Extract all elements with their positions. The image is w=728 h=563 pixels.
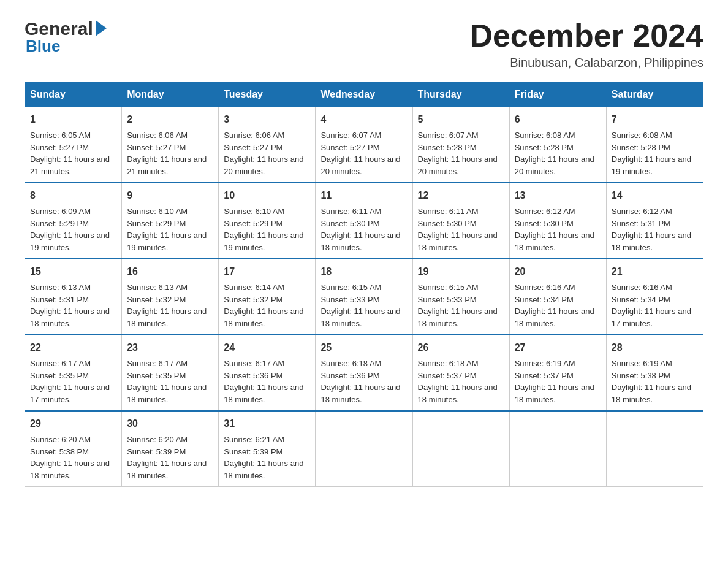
daylight-label: Daylight: 11 hours and 19 minutes.	[612, 155, 691, 176]
page-header: General Blue December 2024 Binubusan, Ca…	[25, 18, 703, 70]
calendar-cell	[412, 411, 509, 487]
sunset-label: Sunset: 5:36 PM	[224, 371, 282, 380]
logo-general-text: General	[25, 18, 93, 39]
sunset-label: Sunset: 5:29 PM	[127, 219, 186, 228]
daylight-label: Daylight: 11 hours and 20 minutes.	[320, 155, 400, 176]
calendar-cell: 15 Sunrise: 6:13 AM Sunset: 5:31 PM Dayl…	[25, 259, 122, 335]
sunrise-label: Sunrise: 6:08 AM	[612, 131, 672, 140]
calendar-week-row-2: 8 Sunrise: 6:09 AM Sunset: 5:29 PM Dayli…	[25, 183, 703, 259]
calendar-week-row-1: 1 Sunrise: 6:05 AM Sunset: 5:27 PM Dayli…	[25, 107, 703, 183]
logo: General Blue	[25, 18, 107, 56]
daylight-label: Daylight: 11 hours and 18 minutes.	[224, 459, 303, 480]
header-sunday: Sunday	[25, 83, 122, 107]
day-number: 7	[612, 112, 698, 127]
sunrise-label: Sunrise: 6:09 AM	[30, 207, 91, 216]
sunset-label: Sunset: 5:27 PM	[224, 143, 282, 152]
calendar-cell: 16 Sunrise: 6:13 AM Sunset: 5:32 PM Dayl…	[122, 259, 219, 335]
sunset-label: Sunset: 5:28 PM	[418, 143, 477, 152]
sunrise-label: Sunrise: 6:18 AM	[418, 359, 479, 368]
sunset-label: Sunset: 5:37 PM	[515, 371, 574, 380]
sunrise-label: Sunrise: 6:05 AM	[30, 131, 91, 140]
day-number: 17	[224, 264, 310, 279]
daylight-label: Daylight: 11 hours and 18 minutes.	[418, 307, 498, 328]
daylight-label: Daylight: 11 hours and 18 minutes.	[612, 383, 691, 404]
calendar-cell: 1 Sunrise: 6:05 AM Sunset: 5:27 PM Dayli…	[25, 107, 122, 183]
sunrise-label: Sunrise: 6:06 AM	[224, 131, 284, 140]
logo-blue-text: Blue	[26, 37, 60, 55]
day-number: 10	[224, 188, 310, 203]
title-block: December 2024 Binubusan, Calabarzon, Phi…	[469, 18, 703, 70]
calendar-header-row: Sunday Monday Tuesday Wednesday Thursday…	[25, 83, 703, 107]
sunrise-label: Sunrise: 6:13 AM	[30, 283, 91, 292]
day-number: 4	[320, 112, 407, 127]
header-friday: Friday	[509, 83, 606, 107]
day-number: 1	[30, 112, 116, 127]
daylight-label: Daylight: 11 hours and 18 minutes.	[515, 383, 594, 404]
logo-triangle-icon	[96, 20, 107, 39]
sunset-label: Sunset: 5:39 PM	[127, 447, 186, 456]
daylight-label: Daylight: 11 hours and 18 minutes.	[320, 307, 400, 328]
sunset-label: Sunset: 5:31 PM	[30, 295, 89, 304]
daylight-label: Daylight: 11 hours and 18 minutes.	[224, 307, 303, 328]
day-number: 14	[612, 188, 698, 203]
day-number: 25	[320, 340, 407, 355]
daylight-label: Daylight: 11 hours and 18 minutes.	[515, 307, 594, 328]
sunrise-label: Sunrise: 6:13 AM	[127, 283, 188, 292]
calendar-cell: 17 Sunrise: 6:14 AM Sunset: 5:32 PM Dayl…	[219, 259, 316, 335]
sunset-label: Sunset: 5:30 PM	[320, 219, 379, 228]
day-number: 11	[320, 188, 407, 203]
sunset-label: Sunset: 5:37 PM	[418, 371, 477, 380]
sunset-label: Sunset: 5:34 PM	[612, 295, 670, 304]
calendar-cell: 28 Sunrise: 6:19 AM Sunset: 5:38 PM Dayl…	[606, 335, 703, 411]
calendar-week-row-4: 22 Sunrise: 6:17 AM Sunset: 5:35 PM Dayl…	[25, 335, 703, 411]
sunrise-label: Sunrise: 6:21 AM	[224, 435, 284, 444]
calendar-cell: 31 Sunrise: 6:21 AM Sunset: 5:39 PM Dayl…	[219, 411, 316, 487]
daylight-label: Daylight: 11 hours and 20 minutes.	[224, 155, 303, 176]
header-tuesday: Tuesday	[219, 83, 316, 107]
calendar-cell: 3 Sunrise: 6:06 AM Sunset: 5:27 PM Dayli…	[219, 107, 316, 183]
calendar-cell: 26 Sunrise: 6:18 AM Sunset: 5:37 PM Dayl…	[412, 335, 509, 411]
sunrise-label: Sunrise: 6:20 AM	[30, 435, 91, 444]
daylight-label: Daylight: 11 hours and 18 minutes.	[30, 459, 110, 480]
sunrise-label: Sunrise: 6:11 AM	[418, 207, 479, 216]
day-number: 8	[30, 188, 116, 203]
sunset-label: Sunset: 5:28 PM	[515, 143, 574, 152]
calendar-cell: 30 Sunrise: 6:20 AM Sunset: 5:39 PM Dayl…	[122, 411, 219, 487]
calendar-cell	[606, 411, 703, 487]
daylight-label: Daylight: 11 hours and 18 minutes.	[224, 383, 303, 404]
calendar-cell: 13 Sunrise: 6:12 AM Sunset: 5:30 PM Dayl…	[509, 183, 606, 259]
day-number: 3	[224, 112, 310, 127]
day-number: 18	[320, 264, 407, 279]
calendar-cell: 14 Sunrise: 6:12 AM Sunset: 5:31 PM Dayl…	[606, 183, 703, 259]
sunset-label: Sunset: 5:38 PM	[30, 447, 89, 456]
daylight-label: Daylight: 11 hours and 18 minutes.	[418, 383, 498, 404]
sunrise-label: Sunrise: 6:16 AM	[612, 283, 672, 292]
sunset-label: Sunset: 5:32 PM	[127, 295, 186, 304]
daylight-label: Daylight: 11 hours and 19 minutes.	[224, 231, 303, 252]
calendar-cell: 11 Sunrise: 6:11 AM Sunset: 5:30 PM Dayl…	[316, 183, 412, 259]
sunset-label: Sunset: 5:31 PM	[612, 219, 670, 228]
sunset-label: Sunset: 5:30 PM	[418, 219, 477, 228]
sunset-label: Sunset: 5:32 PM	[224, 295, 282, 304]
day-number: 27	[515, 340, 601, 355]
daylight-label: Daylight: 11 hours and 19 minutes.	[127, 231, 207, 252]
sunrise-label: Sunrise: 6:10 AM	[127, 207, 188, 216]
sunrise-label: Sunrise: 6:16 AM	[515, 283, 575, 292]
day-number: 20	[515, 264, 601, 279]
daylight-label: Daylight: 11 hours and 18 minutes.	[320, 231, 400, 252]
sunset-label: Sunset: 5:33 PM	[418, 295, 477, 304]
calendar-cell: 10 Sunrise: 6:10 AM Sunset: 5:29 PM Dayl…	[219, 183, 316, 259]
daylight-label: Daylight: 11 hours and 18 minutes.	[612, 231, 691, 252]
daylight-label: Daylight: 11 hours and 20 minutes.	[418, 155, 498, 176]
day-number: 9	[127, 188, 213, 203]
sunrise-label: Sunrise: 6:14 AM	[224, 283, 284, 292]
sunrise-label: Sunrise: 6:15 AM	[418, 283, 479, 292]
daylight-label: Daylight: 11 hours and 18 minutes.	[418, 231, 498, 252]
sunrise-label: Sunrise: 6:12 AM	[515, 207, 575, 216]
calendar-cell	[509, 411, 606, 487]
sunset-label: Sunset: 5:35 PM	[127, 371, 186, 380]
sunset-label: Sunset: 5:30 PM	[515, 219, 574, 228]
day-number: 6	[515, 112, 601, 127]
calendar-cell: 21 Sunrise: 6:16 AM Sunset: 5:34 PM Dayl…	[606, 259, 703, 335]
day-number: 21	[612, 264, 698, 279]
